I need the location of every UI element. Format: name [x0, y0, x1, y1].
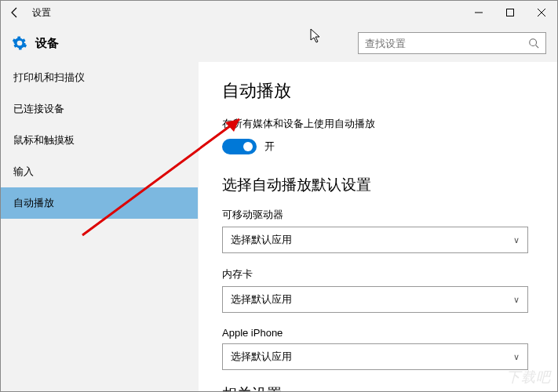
search-icon [528, 38, 539, 49]
watermark: 下载吧 [506, 368, 551, 387]
close-icon [537, 8, 546, 17]
page-title: 自动播放 [222, 79, 534, 103]
dropdown-value: 选择默认应用 [231, 350, 513, 364]
header-title: 设备 [35, 36, 59, 51]
field-label-iphone: Apple iPhone [222, 327, 534, 339]
back-arrow-icon [9, 6, 21, 19]
svg-line-5 [536, 45, 539, 49]
svg-rect-1 [507, 9, 514, 16]
dropdown-value: 选择默认应用 [231, 233, 513, 247]
search-input[interactable] [365, 38, 528, 49]
close-button[interactable] [526, 1, 557, 24]
dropdown-iphone[interactable]: 选择默认应用 ∨ [222, 343, 528, 370]
settings-window: 设置 设备 打印机和扫描仪 已连接设备 鼠标和触摸板 输入 自动播放 自动播放 [0, 0, 558, 392]
toggle-row: 开 [222, 139, 534, 154]
header: 设备 [1, 24, 557, 62]
titlebar: 设置 [1, 1, 557, 24]
sidebar-item-mouse[interactable]: 鼠标和触摸板 [1, 125, 198, 156]
sidebar: 打印机和扫描仪 已连接设备 鼠标和触摸板 输入 自动播放 [1, 62, 199, 391]
field-label-removable: 可移动驱动器 [222, 208, 534, 222]
chevron-down-icon: ∨ [513, 352, 520, 362]
section-related-title: 相关设置 [222, 384, 534, 391]
sidebar-item-label: 已连接设备 [13, 102, 64, 116]
maximize-icon [505, 8, 515, 17]
sidebar-item-label: 鼠标和触摸板 [13, 133, 75, 147]
toggle-description: 在所有媒体和设备上使用自动播放 [222, 117, 534, 131]
content: 自动播放 在所有媒体和设备上使用自动播放 开 选择自动播放默认设置 可移动驱动器… [199, 62, 557, 391]
dropdown-value: 选择默认应用 [231, 292, 513, 307]
sidebar-item-autoplay[interactable]: 自动播放 [1, 187, 198, 219]
sidebar-item-typing[interactable]: 输入 [1, 156, 198, 187]
sidebar-item-connected[interactable]: 已连接设备 [1, 93, 198, 125]
section-defaults-title: 选择自动播放默认设置 [222, 175, 534, 195]
back-button[interactable] [1, 1, 29, 24]
minimize-icon [474, 8, 483, 17]
toggle-state-label: 开 [264, 140, 275, 154]
chevron-down-icon: ∨ [513, 235, 520, 245]
sidebar-item-printers[interactable]: 打印机和扫描仪 [1, 62, 198, 93]
sidebar-item-label: 自动播放 [13, 196, 54, 210]
window-title: 设置 [29, 6, 51, 20]
dropdown-memcard[interactable]: 选择默认应用 ∨ [222, 286, 528, 313]
sidebar-item-label: 打印机和扫描仪 [13, 71, 85, 85]
maximize-button[interactable] [494, 1, 526, 24]
field-label-memcard: 内存卡 [222, 267, 534, 281]
svg-point-4 [530, 39, 537, 46]
gear-icon [12, 35, 27, 51]
dropdown-removable[interactable]: 选择默认应用 ∨ [222, 227, 528, 253]
body: 打印机和扫描仪 已连接设备 鼠标和触摸板 输入 自动播放 自动播放 在所有媒体和… [1, 62, 557, 391]
autoplay-toggle[interactable] [222, 139, 257, 154]
chevron-down-icon: ∨ [513, 295, 520, 305]
sidebar-item-label: 输入 [13, 165, 34, 179]
minimize-button[interactable] [463, 1, 494, 24]
toggle-knob [243, 142, 253, 151]
search-box[interactable] [358, 32, 546, 54]
